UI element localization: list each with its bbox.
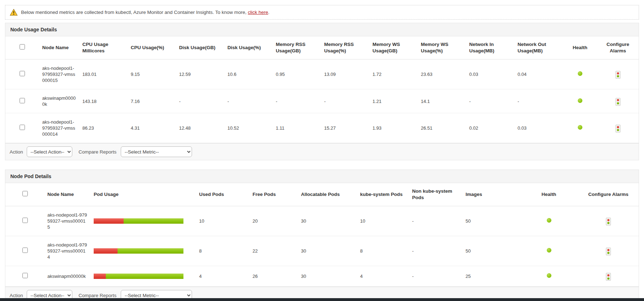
col-header-mem-rss-gb: Memory RSS Usage(GB) — [273, 36, 321, 59]
col-header-pod-usage: Pod Usage — [91, 183, 196, 206]
table-row: akswinapm00000k 4 26 30 4 - 25 — [5, 266, 639, 287]
free-pods-cell: 20 — [250, 206, 298, 236]
disk-pct-cell: 10.52 — [224, 113, 273, 143]
node-name-cell: aks-nodepool1-97959327-vmss000014 — [45, 236, 91, 266]
row-checkbox[interactable] — [22, 218, 28, 223]
info-banner: Below mentioned metrics are collected fr… — [5, 5, 639, 20]
kube-system-pods-cell: 10 — [357, 206, 409, 236]
action-label: Action — [10, 293, 23, 298]
node-usage-section: Node Usage Details Node Name CPU Usage M… — [5, 23, 639, 160]
net-in-cell: - — [466, 89, 515, 113]
health-status-icon — [578, 71, 582, 76]
mem-ws-pct-cell: 23.63 — [418, 59, 466, 89]
allocatable-pods-cell: 30 — [298, 206, 357, 236]
table-row: aks-nodepool1-97959327-vmss000015 183.01… — [5, 59, 639, 89]
node-name-cell: akswinapm00000k — [40, 89, 80, 113]
pod-usage-bar-used — [94, 274, 106, 279]
banner-text: Below mentioned metrics are collected fr… — [21, 10, 270, 15]
row-checkbox[interactable] — [20, 125, 25, 130]
disk-gb-cell: 12.48 — [176, 113, 225, 143]
non-kube-system-pods-cell: - — [409, 206, 463, 236]
node-usage-select-all-checkbox[interactable] — [20, 44, 25, 50]
col-header-used-pods: Used Pods — [196, 183, 250, 206]
non-kube-system-pods-cell: - — [409, 236, 463, 266]
mem-ws-gb-cell: 1.93 — [370, 113, 418, 143]
col-header-non-kube-system-pods: Non kube-system Pods — [409, 183, 463, 206]
section-title-node-pod: Node Pod Details — [5, 170, 639, 183]
mem-rss-gb-cell: 0.95 — [273, 59, 321, 89]
allocatable-pods-cell: 30 — [298, 266, 357, 287]
used-pods-cell: 4 — [196, 266, 250, 287]
free-pods-cell: 26 — [250, 266, 298, 287]
net-out-cell: 0.04 — [515, 59, 563, 89]
col-header-health: Health — [563, 36, 597, 59]
row-checkbox[interactable] — [20, 98, 25, 103]
mem-rss-gb-cell: 1.11 — [273, 113, 321, 143]
disk-pct-cell: 10.6 — [224, 59, 273, 89]
pod-usage-bar-used — [94, 218, 124, 224]
health-status-icon — [547, 248, 551, 253]
configure-alarms-icon[interactable] — [606, 273, 611, 281]
action-select[interactable]: --Select Action-- — [27, 146, 72, 157]
row-checkbox[interactable] — [22, 273, 28, 278]
mem-ws-pct-cell: 26.51 — [418, 113, 466, 143]
cpu-pct-cell: 9.15 — [128, 59, 176, 89]
col-header-net-in: Network In Usage(MB) — [466, 36, 515, 59]
configure-alarms-icon[interactable] — [606, 248, 611, 255]
configure-alarms-icon[interactable] — [616, 98, 620, 106]
health-status-icon — [578, 125, 582, 130]
used-pods-cell: 10 — [196, 206, 250, 236]
health-status-icon — [547, 273, 551, 278]
col-header-disk-pct: Disk Usage(%) — [224, 36, 273, 59]
pod-usage-cell — [91, 236, 196, 266]
pod-usage-bar — [94, 218, 183, 224]
col-header-images: Images — [463, 183, 520, 206]
pod-usage-bar-used — [94, 248, 118, 254]
cpu-millicores-cell: 183.01 — [79, 59, 128, 89]
col-header-cpu-pct: CPU Usage(%) — [128, 36, 176, 59]
mem-rss-pct-cell: 15.27 — [321, 113, 370, 143]
net-in-cell: 0.02 — [466, 113, 515, 143]
col-header-mem-ws-gb: Memory WS Usage(GB) — [370, 36, 418, 59]
row-checkbox[interactable] — [22, 248, 28, 253]
col-header-kube-system-pods: kube-system Pods — [357, 183, 409, 206]
compare-metric-select[interactable]: --Select Metric-- — [121, 146, 192, 157]
disk-gb-cell: 12.59 — [176, 59, 225, 89]
node-usage-action-bar: Action --Select Action-- Compare Reports… — [5, 143, 639, 160]
node-usage-header-row: Node Name CPU Usage Millicores CPU Usage… — [5, 36, 639, 59]
col-header-net-out: Network Out Usage(MB) — [515, 36, 563, 59]
allocatable-pods-cell: 30 — [298, 236, 357, 266]
used-pods-cell: 8 — [196, 236, 250, 266]
images-cell: 25 — [463, 266, 520, 287]
warning-icon — [10, 9, 18, 16]
disk-pct-cell: - — [224, 89, 273, 113]
configure-alarms-icon[interactable] — [616, 71, 620, 79]
col-header-mem-ws-pct: Memory WS Usage(%) — [418, 36, 466, 59]
kube-system-pods-cell: 4 — [357, 266, 409, 287]
table-row: akswinapm00000k 143.18 7.16 - - - - 1.21… — [5, 89, 639, 113]
health-status-icon — [547, 218, 551, 223]
pod-usage-bar — [94, 274, 183, 279]
col-header-cpu-millicores: CPU Usage Millicores — [79, 36, 128, 59]
click-here-link[interactable]: click here — [248, 10, 268, 15]
configure-alarms-icon[interactable] — [606, 218, 611, 225]
configure-alarms-icon[interactable] — [616, 125, 620, 133]
action-label: Action — [10, 149, 23, 155]
health-status-icon — [578, 98, 582, 103]
table-row: aks-nodepool1-97959327-vmss000014 86.23 … — [5, 113, 639, 143]
node-name-cell: akswinapm00000k — [45, 266, 91, 287]
col-header-mem-rss-pct: Memory RSS Usage(%) — [321, 36, 370, 59]
net-out-cell: - — [515, 89, 563, 113]
images-cell: 50 — [463, 206, 520, 236]
images-cell: 50 — [463, 236, 520, 266]
col-header-configure-alarms: Configure Alarms — [578, 183, 639, 206]
row-checkbox[interactable] — [20, 71, 25, 76]
node-pod-select-all-checkbox[interactable] — [22, 191, 28, 196]
node-name-cell: aks-nodepool1-97959327-vmss000015 — [40, 59, 80, 89]
compare-reports-label: Compare Reports — [79, 293, 117, 298]
node-usage-table: Node Name CPU Usage Millicores CPU Usage… — [5, 36, 639, 143]
col-header-free-pods: Free Pods — [250, 183, 298, 206]
mem-ws-gb-cell: 1.21 — [370, 89, 418, 113]
node-name-cell: aks-nodepool1-97959327-vmss000015 — [45, 206, 91, 236]
mem-ws-pct-cell: 14.1 — [418, 89, 466, 113]
